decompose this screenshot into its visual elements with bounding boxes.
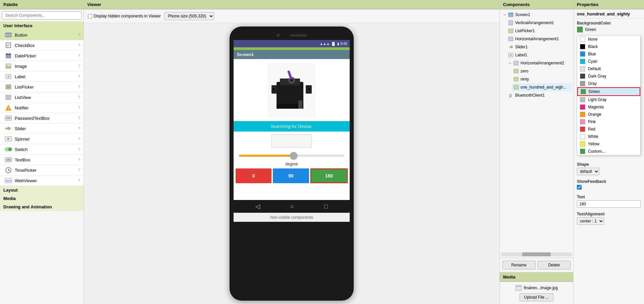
- textalignment-label: TextAlignment: [577, 212, 641, 216]
- delete-button[interactable]: Delete: [538, 261, 571, 269]
- webviewer-help-icon[interactable]: ?: [78, 179, 80, 183]
- palette-item-label[interactable]: A Label ?: [0, 71, 84, 82]
- image-help-icon[interactable]: ?: [78, 64, 80, 68]
- recent-button[interactable]: □: [324, 203, 328, 210]
- back-button[interactable]: ◁: [255, 203, 260, 210]
- rename-button[interactable]: Rename: [502, 261, 536, 269]
- slider-help-icon[interactable]: ?: [78, 126, 80, 131]
- color-option-lightgray[interactable]: Light Gray: [577, 96, 640, 103]
- color-option-none[interactable]: None: [577, 36, 640, 43]
- textbox-help-icon[interactable]: ?: [78, 158, 80, 162]
- timepicker-help-icon[interactable]: ?: [78, 168, 80, 172]
- svg-line-35: [8, 170, 10, 171]
- palette-item-passwordtextbox[interactable]: •••• PasswordTextBox ?: [0, 113, 84, 123]
- color-option-default[interactable]: Default: [577, 65, 640, 72]
- tree-screen1[interactable]: − Screen1: [501, 11, 572, 19]
- palette-item-listpicker[interactable]: ListPicker ?: [0, 82, 84, 92]
- ha2-collapse[interactable]: −: [508, 61, 512, 65]
- listpicker-help-icon[interactable]: ?: [78, 85, 80, 89]
- datepicker-help-icon[interactable]: ?: [78, 54, 80, 58]
- text-input[interactable]: [577, 200, 641, 208]
- pink-label: Pink: [588, 119, 596, 124]
- passwordtextbox-help-icon[interactable]: ?: [78, 116, 80, 120]
- shape-label: Shape: [577, 162, 641, 167]
- color-option-custom[interactable]: Custom...: [577, 148, 640, 155]
- tree-listpicker1[interactable]: ListPicker1: [506, 27, 572, 35]
- tree-vertical-arrangement1[interactable]: VerticalArrangement1: [506, 19, 572, 27]
- color-option-cyan[interactable]: Cyan: [577, 58, 640, 65]
- svg-rect-62: [514, 85, 518, 89]
- palette-item-button[interactable]: BTN Button ?: [0, 30, 84, 40]
- switch-help-icon[interactable]: ?: [78, 147, 80, 151]
- blue-label: Blue: [588, 52, 596, 56]
- non-visible-label: Non-visible components: [234, 213, 350, 222]
- tree-bluetooth-client1[interactable]: β BluetoothClient1: [506, 91, 572, 99]
- button-help-icon[interactable]: ?: [78, 33, 80, 37]
- color-option-magenta[interactable]: Magenta: [577, 103, 640, 111]
- component-scrollbar[interactable]: [501, 252, 572, 256]
- palette-item-switch[interactable]: Switch ?: [0, 144, 84, 155]
- color-option-yellow[interactable]: Yellow: [577, 140, 640, 148]
- textalignment-section: TextAlignment center : 1: [574, 210, 644, 227]
- display-hidden-checkbox[interactable]: [88, 14, 92, 18]
- tree-horizontal-arrangement1[interactable]: HorizontalArrangement1: [506, 35, 572, 43]
- color-option-gray[interactable]: Gray: [577, 80, 640, 87]
- palette-item-spinner[interactable]: ▾ Spinner ?: [0, 134, 84, 144]
- palette-item-datepicker[interactable]: DatePicker ?: [0, 51, 84, 61]
- spinner-help-icon[interactable]: ?: [78, 137, 80, 141]
- color-option-white[interactable]: White: [577, 133, 640, 140]
- listview-help-icon[interactable]: ?: [78, 95, 80, 99]
- color-option-black[interactable]: Black: [577, 43, 640, 50]
- label-help-icon[interactable]: ?: [78, 74, 80, 79]
- color-option-darkgray[interactable]: Dark Gray: [577, 72, 640, 80]
- search-input[interactable]: [2, 11, 82, 19]
- screen1-collapse[interactable]: −: [502, 12, 507, 17]
- media-section[interactable]: Media: [0, 194, 84, 203]
- tree-horizontal-arrangement2[interactable]: − HorizontalArrangement2: [506, 59, 572, 67]
- notifier-help-icon[interactable]: ?: [78, 106, 80, 110]
- btn-180[interactable]: 180: [310, 168, 348, 183]
- image-icon: [5, 62, 12, 70]
- datepicker-icon: [5, 52, 12, 59]
- palette-item-image[interactable]: Image ?: [0, 61, 84, 71]
- shape-select[interactable]: default: [577, 168, 599, 175]
- palette-item-listview[interactable]: ListView ?: [0, 92, 84, 103]
- btn-0[interactable]: 0: [236, 168, 271, 183]
- slider-thumb[interactable]: [290, 152, 297, 159]
- upload-button[interactable]: Upload File ...: [519, 293, 553, 301]
- custom-swatch: [580, 149, 585, 154]
- showfeedback-checkbox[interactable]: [577, 185, 582, 190]
- palette-item-timepicker[interactable]: TimePicker ?: [0, 165, 84, 175]
- drawing-animation-section[interactable]: Drawing and Animation: [0, 203, 84, 211]
- color-option-green[interactable]: Green: [577, 87, 640, 96]
- color-option-red[interactable]: Red: [577, 125, 640, 133]
- svg-text:!: !: [8, 107, 9, 110]
- btn-90[interactable]: 90: [273, 168, 309, 183]
- lightgray-label: Light Gray: [588, 97, 606, 102]
- home-button[interactable]: ○: [290, 203, 294, 210]
- svg-text:••••: ••••: [6, 116, 11, 120]
- phone-size-select[interactable]: Phone size (505,320): [164, 12, 214, 20]
- bgcolor-value[interactable]: Green: [577, 27, 641, 33]
- gray-swatch: [580, 81, 585, 86]
- tree-zero[interactable]: zero: [512, 67, 572, 75]
- display-hidden-label[interactable]: Display hidden components in Viewer: [88, 14, 161, 18]
- color-dropdown: None Black Blue Cyan Default Dark Gray: [577, 35, 641, 155]
- tree-ninty[interactable]: ninty: [512, 75, 572, 83]
- white-label: White: [588, 134, 598, 139]
- palette-item-textbox[interactable]: abc TextBox ?: [0, 155, 84, 165]
- checkbox-help-icon[interactable]: ?: [78, 43, 80, 47]
- color-option-pink[interactable]: Pink: [577, 118, 640, 125]
- color-option-orange[interactable]: Orange: [577, 111, 640, 118]
- tree-label1[interactable]: A Label1: [506, 51, 572, 59]
- palette-item-checkbox[interactable]: CheckBox ?: [0, 40, 84, 51]
- textalignment-select[interactable]: center : 1: [577, 217, 604, 225]
- tree-one-hundred[interactable]: one_hundred_and_eigh...: [512, 83, 572, 91]
- palette-item-webviewer[interactable]: www WebViewer ?: [0, 175, 84, 186]
- palette-item-notifier[interactable]: ! Notifier ?: [0, 103, 84, 113]
- tree-slider1[interactable]: Slider1: [506, 43, 572, 51]
- layout-section[interactable]: Layout: [0, 186, 84, 194]
- color-option-blue[interactable]: Blue: [577, 50, 640, 58]
- screen-content: Searching for Devise. degree: [234, 59, 350, 200]
- palette-item-slider[interactable]: Slider ?: [0, 123, 84, 134]
